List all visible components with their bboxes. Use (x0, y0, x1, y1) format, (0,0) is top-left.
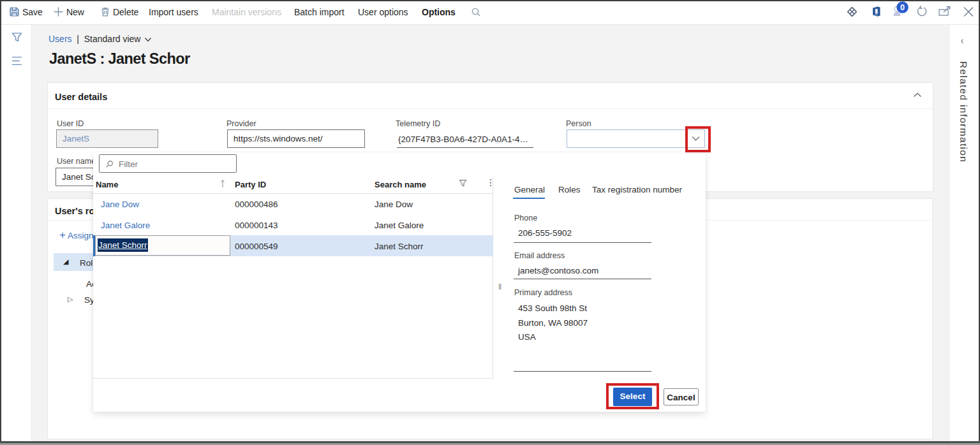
svg-text:0: 0 (900, 3, 905, 12)
